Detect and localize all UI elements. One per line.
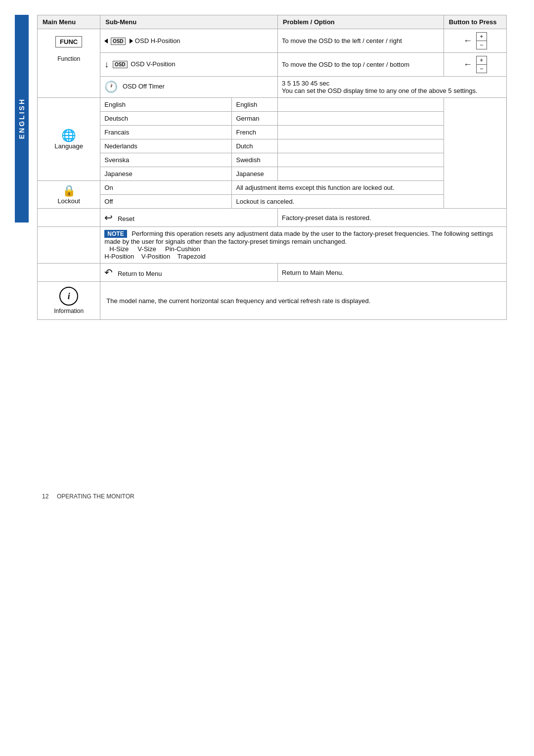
table-row: Off Lockout is canceled. xyxy=(38,195,507,209)
main-table: Main Menu Sub-Menu Problem / Option Butt… xyxy=(37,15,507,320)
lang-btn-1 xyxy=(278,112,444,126)
table-row: Deutsch German xyxy=(38,112,507,126)
func-label: FUNC xyxy=(55,36,82,47)
osd-v-btn: ← + − xyxy=(444,53,506,77)
page-label: OPERATING THE MONITOR xyxy=(57,493,134,500)
lockout-on-sub: On xyxy=(100,181,232,195)
reset-main-cell xyxy=(38,209,100,227)
lang-opt-1: German xyxy=(232,112,278,126)
note-cell: NOTE Performing this operation resets an… xyxy=(100,227,507,264)
plus-sign-v: + xyxy=(477,56,487,65)
return-option: Return to Main Menu. xyxy=(278,264,507,282)
minus-sign: − xyxy=(477,41,487,49)
english-label: ENGLISH xyxy=(18,98,26,139)
lang-opt-3: Dutch xyxy=(232,139,278,153)
footer: 12 OPERATING THE MONITOR xyxy=(37,493,507,500)
table-row: 🔒 Lockout On All adjustment items except… xyxy=(38,181,507,195)
info-circle-icon: i xyxy=(59,287,78,306)
info-text-cell: The model name, the current horizontal s… xyxy=(100,282,507,320)
lang-btn-4 xyxy=(278,153,444,167)
func-main-cell: FUNC Function xyxy=(38,29,100,98)
osd-timer-label: OSD Off Timer xyxy=(123,83,165,90)
lang-sub-5: Japanese xyxy=(100,167,232,181)
lockout-off-option: Lockout is canceled. xyxy=(232,195,444,209)
osd-h-btn: ← + − xyxy=(444,29,506,53)
info-label: Information xyxy=(40,308,98,314)
note-row: NOTE Performing this operation resets an… xyxy=(38,227,507,264)
lockout-main-cell: 🔒 Lockout xyxy=(38,181,100,209)
osd-h-sub-cell: OSD OSD H-Position xyxy=(100,29,278,53)
info-i-symbol: i xyxy=(68,291,70,302)
language-icon: 🌐 xyxy=(61,129,76,142)
lock-icon: 🔒 xyxy=(62,184,76,197)
header-problem: Problem / Option xyxy=(278,15,444,29)
osd-h-problem: To move the OSD to the left / center / r… xyxy=(278,29,444,53)
lang-sub-0: English xyxy=(100,98,232,112)
note-badge: NOTE xyxy=(104,230,127,238)
reset-label: Reset xyxy=(118,215,134,222)
header-sub: Sub-Menu xyxy=(100,15,278,29)
page-number: 12 xyxy=(42,493,48,500)
language-label: Language xyxy=(54,142,83,150)
lang-btn-2 xyxy=(278,126,444,139)
arrow-left-icon xyxy=(104,39,108,44)
english-sidebar: ENGLISH xyxy=(15,15,29,222)
table-row: Japanese Japanese xyxy=(38,167,507,181)
arrow-back-icon: ← xyxy=(463,36,472,45)
lang-btn-3 xyxy=(278,139,444,153)
return-sub-cell: ↶ Return to Menu xyxy=(100,264,278,282)
note-items: H-Size V-Size Pin-CushionH-Position V-Po… xyxy=(104,245,205,260)
language-main-cell: 🌐 Language xyxy=(38,98,100,181)
table-row: FUNC Function OSD OSD H-Position To move… xyxy=(38,29,507,53)
note-text: Performing this operation resets any adj… xyxy=(104,230,493,245)
table-row: 🌐 Language English English xyxy=(38,98,507,112)
lockout-on-option: All adjustment items except this functio… xyxy=(232,181,444,195)
osd-timer-sub-cell: 🕐 OSD Off Timer xyxy=(100,77,278,98)
note-main-cell xyxy=(38,227,100,264)
plus-minus-btn-v: + − xyxy=(476,56,487,73)
lang-sub-1: Deutsch xyxy=(100,112,232,126)
header-btn: Button to Press xyxy=(444,15,506,29)
reset-icon: ↩ xyxy=(104,212,113,223)
info-text: The model name, the current horizontal s… xyxy=(106,297,370,305)
table-row: Francais French xyxy=(38,126,507,139)
plus-minus-btn-h: + − xyxy=(476,32,487,49)
osd-v-problem: To move the OSD to the top / center / bo… xyxy=(278,53,444,77)
lang-sub-3: Nederlands xyxy=(100,139,232,153)
info-main-cell: i Information xyxy=(38,282,100,320)
plus-sign: + xyxy=(477,33,487,41)
reset-sub-cell: ↩ Reset xyxy=(100,209,278,227)
lang-sub-2: Francais xyxy=(100,126,232,139)
reset-option: Factory-preset data is restored. xyxy=(278,209,507,227)
lang-opt-5: Japanese xyxy=(232,167,278,181)
lockout-off-sub: Off xyxy=(100,195,232,209)
osd-timer-text: 3 5 15 30 45 secYou can set the OSD disp… xyxy=(282,80,478,94)
function-text: Function xyxy=(57,55,80,62)
osd-v-icon: ↓ xyxy=(104,59,109,69)
osd-timer-problem: 3 5 15 30 45 secYou can set the OSD disp… xyxy=(278,77,507,98)
information-row: i Information The model name, the curren… xyxy=(38,282,507,320)
osd-icon-v: OSD xyxy=(113,61,128,68)
return-label: Return to Menu xyxy=(118,270,162,277)
header-main: Main Menu xyxy=(38,15,100,29)
table-row: 🕐 OSD Off Timer 3 5 15 30 45 secYou can … xyxy=(38,77,507,98)
table-header: Main Menu Sub-Menu Problem / Option Butt… xyxy=(38,15,507,29)
lang-opt-2: French xyxy=(232,126,278,139)
arrow-back-icon-v: ← xyxy=(463,59,472,69)
lockout-label: Lockout xyxy=(57,197,80,205)
osd-v-sub-cell: ↓ OSD OSD V-Position xyxy=(100,53,278,77)
lang-opt-0: English xyxy=(232,98,278,112)
return-row: ↶ Return to Menu Return to Main Menu. xyxy=(38,264,507,282)
lang-sub-4: Svenska xyxy=(100,153,232,167)
lang-opt-4: Swedish xyxy=(232,153,278,167)
table-row: ↓ OSD OSD V-Position To move the OSD to … xyxy=(38,53,507,77)
osd-v-label: OSD V-Position xyxy=(131,60,175,68)
osd-h-label: OSD H-Position xyxy=(135,37,180,44)
lang-btn-0 xyxy=(278,98,444,112)
table-row: Svenska Swedish xyxy=(38,153,507,167)
lang-btn-5 xyxy=(278,167,444,181)
return-main-cell xyxy=(38,264,100,282)
osd-icon-h: OSD xyxy=(111,38,126,45)
table-row: ↩ Reset Factory-preset data is restored. xyxy=(38,209,507,227)
timer-icon: 🕐 xyxy=(104,81,118,93)
